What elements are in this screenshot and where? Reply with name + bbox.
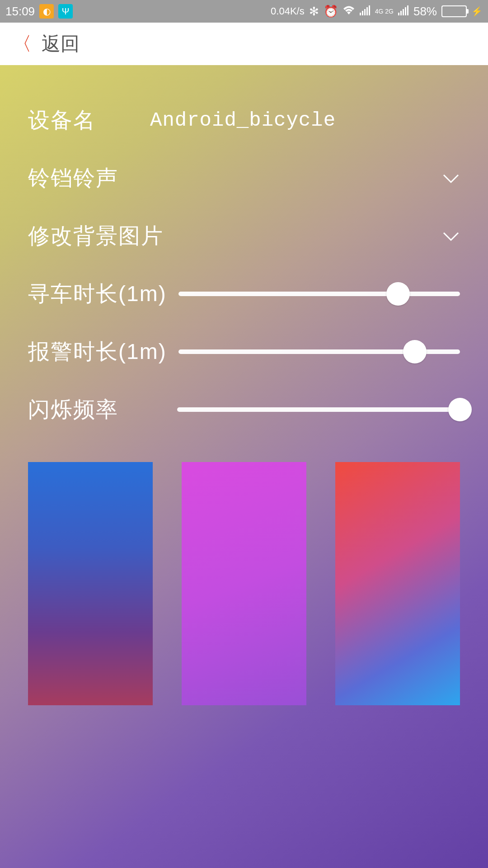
ringtone-label: 铃铛铃声: [28, 164, 118, 193]
wifi-icon: [343, 5, 355, 19]
find-duration-label: 寻车时长(1m): [28, 279, 167, 308]
status-app-icon: ◐: [39, 4, 54, 19]
signal-icon-1: [360, 5, 371, 19]
svg-rect-7: [403, 9, 404, 15]
background-option-1[interactable]: [28, 462, 153, 705]
alarm-duration-row: 报警时长(1m): [28, 323, 460, 381]
svg-rect-8: [405, 7, 406, 15]
chevron-down-icon: [442, 169, 460, 188]
battery-icon: [441, 5, 467, 17]
slider-track: [177, 407, 460, 412]
status-network: 4G 2G: [375, 8, 394, 14]
svg-rect-0: [360, 13, 361, 15]
slider-thumb[interactable]: [448, 398, 472, 421]
svg-rect-5: [398, 13, 399, 15]
alarm-duration-slider[interactable]: [178, 338, 460, 365]
find-duration-slider[interactable]: [178, 280, 460, 307]
back-icon[interactable]: 〈: [13, 31, 32, 57]
alarm-duration-label: 报警时长(1m): [28, 337, 167, 366]
chevron-down-icon: [442, 226, 460, 246]
svg-rect-6: [400, 11, 402, 15]
status-speed: 0.04K/s: [271, 5, 305, 17]
background-thumbnails: [28, 462, 460, 705]
find-duration-row: 寻车时长(1m): [28, 265, 460, 323]
device-name-label: 设备名: [28, 106, 96, 135]
svg-rect-9: [407, 5, 408, 15]
device-name-row[interactable]: 设备名 Android_bicycle: [28, 91, 460, 149]
background-label: 修改背景图片: [28, 222, 164, 250]
svg-rect-2: [364, 9, 366, 15]
status-bar: 15:09 ◐ Ψ 0.04K/s ✻ ⏰ 4G 2G 58% ⚡: [0, 0, 488, 23]
back-button[interactable]: 返回: [42, 31, 80, 57]
header-bar: 〈 返回: [0, 23, 488, 65]
status-time: 15:09: [5, 5, 35, 19]
bluetooth-icon: ✻: [309, 5, 319, 19]
status-battery-pct: 58%: [413, 5, 437, 19]
alarm-icon: ⏰: [324, 5, 338, 19]
slider-track: [178, 292, 460, 296]
signal-icon-2: [398, 5, 409, 19]
slider-thumb[interactable]: [403, 340, 427, 363]
usb-icon: Ψ: [58, 4, 73, 19]
svg-rect-1: [362, 11, 363, 15]
svg-rect-4: [369, 5, 370, 15]
charging-icon: ⚡: [471, 6, 483, 17]
svg-rect-3: [366, 7, 368, 15]
content-area: 设备名 Android_bicycle 铃铛铃声 修改背景图片 寻车时长(1m)…: [0, 65, 488, 868]
ringtone-row[interactable]: 铃铛铃声: [28, 149, 460, 207]
background-option-2[interactable]: [182, 462, 306, 705]
blink-freq-slider[interactable]: [177, 396, 460, 423]
status-left: 15:09 ◐ Ψ: [5, 4, 73, 19]
background-option-3[interactable]: [335, 462, 460, 705]
device-name-value: Android_bicycle: [96, 109, 460, 132]
status-right: 0.04K/s ✻ ⏰ 4G 2G 58% ⚡: [271, 5, 483, 19]
background-row[interactable]: 修改背景图片: [28, 207, 460, 265]
blink-freq-row: 闪烁频率: [28, 381, 460, 439]
slider-thumb[interactable]: [386, 282, 410, 306]
blink-freq-label: 闪烁频率: [28, 395, 165, 424]
